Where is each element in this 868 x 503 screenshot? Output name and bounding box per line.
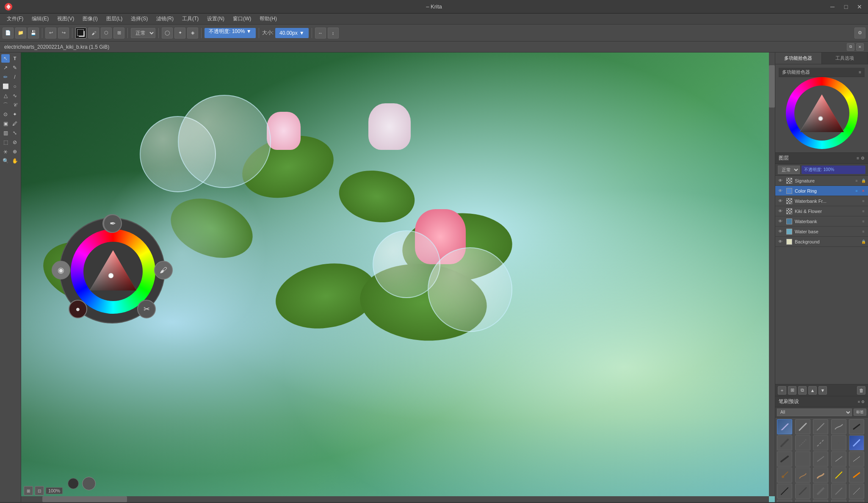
layer-ctrl-signature[interactable]: ≡ [854,178,860,184]
menu-help[interactable]: 帮助(H) [256,14,280,23]
layer-blend-mode[interactable]: 正常 [778,166,800,174]
menu-settings[interactable]: 设置(N) [204,14,228,23]
brush-cell-12[interactable] [795,451,810,467]
layer-ctrl-waterbank-fr[interactable]: ≡ [860,198,866,204]
layer-background[interactable]: 👁 Background 🔒 [775,237,868,247]
brush-cell-21[interactable] [777,484,792,499]
canvas-area[interactable]: ✏ ✒ 🖌 ✂ ● ◉ ⊞ ⊡ 100% [21,53,775,502]
menu-window[interactable]: 窗口(W) [229,14,254,23]
layer-water-base[interactable]: 👁 Water base ≡ [775,227,868,237]
layer-eye-waterbank[interactable]: 👁 [777,218,784,225]
brush-cell-3[interactable] [813,419,828,434]
layer-add-btn[interactable]: + [778,386,786,395]
brush-cell-15[interactable] [849,451,864,467]
toolbar-alpha-lock[interactable]: ✦ [174,28,185,39]
brush-preview-6[interactable]: ◉ [52,261,70,279]
brush-cell-24[interactable] [831,484,846,499]
brush-cell-23[interactable] [813,484,828,499]
toolbar-save[interactable]: 💾 [28,28,39,39]
layers-menu-btn[interactable]: ≡ [857,156,859,160]
brush-panel-menu[interactable]: ≡ [858,400,860,404]
tool-bezier[interactable]: ∿ [11,91,19,100]
brush-preview-4[interactable]: ✂ [137,300,156,318]
menu-filter[interactable]: 滤镜(R) [153,14,177,23]
layer-lock-background[interactable]: 🔒 [860,239,866,245]
tool-freehand[interactable]: ✎ [11,64,19,72]
menu-select[interactable]: 选择(S) [127,14,151,23]
brush-cell-10[interactable] [849,435,864,450]
layer-move-up-btn[interactable]: ▲ [808,386,817,395]
toolbar-color-fg[interactable] [75,28,86,39]
tool-smart-patch[interactable]: ⊙ [1,110,10,119]
tool-rect[interactable]: ⬜ [1,82,10,91]
maximize-button[interactable]: □ [842,3,850,11]
h-scrollbar[interactable] [21,496,769,502]
layer-group-btn[interactable]: ⊞ [788,386,796,395]
layer-del-color-ring[interactable]: ✕ [860,188,866,194]
panel-close-btn[interactable]: ✕ [856,43,864,51]
brush-cell-18[interactable] [813,467,828,483]
tool-contiguous-select[interactable]: ⚹ [1,147,10,156]
menu-image[interactable]: 图像(I) [79,14,101,23]
layers-settings-btn[interactable]: ⚙ [861,156,865,160]
toolbar-wrap[interactable]: ⊞ [113,28,124,39]
menu-edit[interactable]: 编辑(E) [28,14,52,23]
layer-copy-btn[interactable]: ⧉ [798,386,807,395]
tool-ellipse-select[interactable]: ⊘ [11,138,19,146]
color-panel-arrow[interactable]: ≡ [859,70,861,75]
toolbar-blend[interactable]: ⬡ [101,28,112,39]
menu-tools[interactable]: 工具(T) [179,14,202,23]
menu-layer[interactable]: 图层(L) [103,14,126,23]
brush-cell-11[interactable] [777,451,792,467]
toolbar-settings[interactable]: ⚙ [854,28,865,39]
brush-cell-7[interactable] [795,435,810,450]
v-scrollbar[interactable] [769,53,775,496]
layer-eye-water-base[interactable]: 👁 [777,228,784,235]
tool-text[interactable]: T [11,54,19,63]
close-button[interactable]: ✕ [855,3,864,11]
tool-fill[interactable]: ▣ [1,119,10,128]
brush-cell-28[interactable] [813,500,828,502]
layer-eye-waterbank-fr[interactable]: 👁 [777,198,784,205]
toolbar-new[interactable]: 📄 [3,28,14,39]
brush-preview-2[interactable]: ✒ [103,214,122,233]
layer-eye-signature[interactable]: 👁 [777,177,784,184]
tool-polygon[interactable]: △ [1,91,10,100]
toolbar-brush-mode[interactable]: 🖌 [88,28,99,39]
brush-cell-17[interactable] [795,467,810,483]
layer-lock-signature[interactable]: 🔒 [860,178,866,184]
toolbar-undo[interactable]: ↩ [45,28,56,39]
color-wheel-container[interactable] [786,77,858,149]
brush-cell-26[interactable] [777,500,792,502]
panel-float-btn[interactable]: ⧉ [847,43,854,51]
layer-waterbank[interactable]: 👁 Waterbank ≡ [775,216,868,227]
brush-panel-settings[interactable]: ⚙ [861,400,865,404]
toolbar-mirror-v[interactable]: ↕ [328,28,339,39]
brush-cell-29[interactable] [831,500,846,502]
tool-line[interactable]: / [11,73,19,81]
layer-eye-background[interactable]: 👁 [777,238,784,245]
tool-select[interactable]: ↖ [1,54,10,63]
tab-color-picker[interactable]: 多功能拾色器 [775,53,822,64]
toolbar-mirror-h[interactable]: ↔ [315,28,326,39]
brush-cell-5[interactable] [849,419,864,434]
brush-cell-16[interactable] [777,467,792,483]
layer-eye-color-ring[interactable]: 👁 [777,188,784,194]
tool-clone[interactable]: ✦ [11,110,19,119]
brush-cell-14[interactable] [831,451,846,467]
brush-cell-27[interactable] [795,500,810,502]
blend-mode-select[interactable]: 正常 [131,28,155,38]
tool-lasso[interactable]: ⌒ [1,101,10,109]
toolbar-eraser[interactable]: ◯ [162,28,173,39]
brush-tag-label[interactable]: 标签 [854,409,866,416]
toolbar-preserve-alpha[interactable]: ◈ [187,28,198,39]
popup-color-wheel[interactable]: ✏ ✒ 🖌 ✂ ● ◉ [59,218,165,323]
brush-preview-5[interactable]: ● [69,300,87,318]
brush-cell-8[interactable] [813,435,828,450]
tab-tool-options[interactable]: 工具选项 [822,53,868,64]
brush-cell-22[interactable] [795,484,810,499]
brush-cell-20[interactable] [849,467,864,483]
toolbar-redo[interactable]: ↪ [58,28,69,39]
tool-ellipse[interactable]: ○ [11,82,19,91]
brush-cell-6[interactable] [777,435,792,450]
